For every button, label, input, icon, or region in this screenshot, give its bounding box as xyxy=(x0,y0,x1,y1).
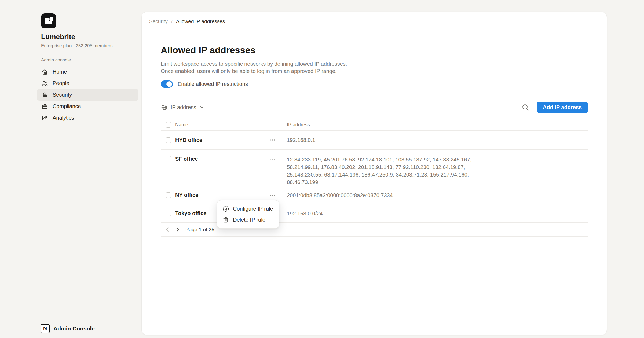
row-name: HYD office xyxy=(175,137,202,143)
gear-icon xyxy=(223,206,229,212)
pagination-label: Page 1 of 25 xyxy=(185,227,214,233)
more-options-icon[interactable] xyxy=(269,192,276,199)
row-checkbox[interactable] xyxy=(166,156,171,161)
more-options-icon[interactable] xyxy=(269,137,276,143)
context-menu-item-label: Delete IP rule xyxy=(233,217,265,223)
page-title: Allowed IP addresses xyxy=(161,45,588,55)
lumebrite-logo-icon xyxy=(41,13,56,28)
chevron-down-icon xyxy=(199,105,204,110)
row-name: NY office xyxy=(175,192,198,198)
sidebar-item-security[interactable]: Security xyxy=(37,89,138,101)
breadcrumb: Security / Allowed IP addresses xyxy=(142,12,607,31)
main-panel: Security / Allowed IP addresses Allowed … xyxy=(141,12,607,335)
workspace-plan-info: Enterprise plan · 252,205 members xyxy=(41,43,112,49)
sidebar: Lumebrite Enterprise plan · 252,205 memb… xyxy=(0,0,141,338)
row-context-menu: Configure IP rule Delete IP rule xyxy=(217,200,279,229)
admin-console-footer[interactable]: N Admin Console xyxy=(41,324,95,333)
next-page-icon[interactable] xyxy=(174,226,181,233)
breadcrumb-separator: / xyxy=(171,19,173,24)
header-ip-cell: IP address xyxy=(281,119,588,130)
row-name: SF office xyxy=(175,156,198,162)
people-icon xyxy=(41,80,48,87)
row-ip-value: 12.84.233.119, 45.201.76.58, 92.174.18.1… xyxy=(287,156,502,186)
sidebar-item-label: Home xyxy=(53,69,67,75)
toggle-knob xyxy=(166,81,172,87)
sidebar-item-analytics[interactable]: Analytics xyxy=(37,112,138,124)
add-ip-address-button[interactable]: Add IP address xyxy=(537,102,588,113)
row-ip-cell: 12.84.233.119, 45.201.76.58, 92.174.18.1… xyxy=(281,150,588,186)
workspace-name: Lumebrite xyxy=(41,33,112,41)
context-menu-configure-ip-rule[interactable]: Configure IP rule xyxy=(217,203,279,214)
filter-label: IP address xyxy=(171,104,196,111)
column-header-name: Name xyxy=(175,122,188,128)
ip-restrictions-toggle-row: Enable allowed IP restrictions xyxy=(161,80,588,88)
table-header-row: Name IP address xyxy=(161,119,588,131)
breadcrumb-current: Allowed IP addresses xyxy=(176,19,225,24)
sidebar-item-compliance[interactable]: Compliance xyxy=(37,101,138,112)
search-icon[interactable] xyxy=(521,103,529,111)
row-ip-value: 2001:0db8:85a3:0000:0000:8a2e:0370:7334 xyxy=(287,192,393,199)
row-ip-cell: 192.168.0.0/24 xyxy=(281,204,588,222)
row-checkbox[interactable] xyxy=(166,211,171,216)
row-checkbox[interactable] xyxy=(166,137,171,143)
ip-restrictions-toggle[interactable] xyxy=(161,80,173,88)
table-row: HYD office 192.168.0.1 xyxy=(161,131,588,150)
sidebar-item-label: Analytics xyxy=(53,115,74,121)
page-description-line1: Limit workspace access to specific netwo… xyxy=(161,60,588,68)
workspace-block: Lumebrite Enterprise plan · 252,205 memb… xyxy=(41,13,112,49)
sidebar-nav: Home People Security Compliance Ana xyxy=(37,66,138,124)
table-toolbar: IP address Add IP address xyxy=(161,102,588,113)
breadcrumb-security[interactable]: Security xyxy=(149,19,168,24)
page-description: Limit workspace access to specific netwo… xyxy=(161,60,588,75)
page-description-line2: Once enabled, users will only be able to… xyxy=(161,68,588,75)
column-header-ip: IP address xyxy=(287,122,310,128)
row-checkbox[interactable] xyxy=(166,192,171,198)
previous-page-icon[interactable] xyxy=(164,226,171,233)
table-row: SF office 12.84.233.119, 45.201.76.58, 9… xyxy=(161,150,588,186)
notion-logo-icon: N xyxy=(41,324,50,333)
select-all-checkbox[interactable] xyxy=(166,122,171,128)
row-ip-cell: 192.168.0.1 xyxy=(281,131,588,149)
row-name: Tokyo office xyxy=(175,210,206,216)
row-ip-value: 192.168.0.0/24 xyxy=(287,210,323,217)
chart-icon xyxy=(41,115,48,122)
home-icon xyxy=(41,68,48,75)
toggle-label: Enable allowed IP restrictions xyxy=(178,81,248,87)
page-content: Allowed IP addresses Limit workspace acc… xyxy=(142,45,607,237)
trash-icon xyxy=(223,217,229,223)
globe-icon xyxy=(161,104,168,111)
sidebar-item-label: Security xyxy=(53,92,72,98)
sidebar-item-home[interactable]: Home xyxy=(37,66,138,78)
admin-console-section-label: Admin console xyxy=(41,57,71,63)
lock-icon xyxy=(41,91,48,98)
sidebar-item-label: People xyxy=(53,80,69,86)
row-name-cell: SF office xyxy=(161,150,281,186)
more-options-icon[interactable] xyxy=(269,156,276,162)
sidebar-item-people[interactable]: People xyxy=(37,78,138,89)
row-ip-value: 192.168.0.1 xyxy=(287,136,315,144)
ip-address-filter-dropdown[interactable]: IP address xyxy=(161,104,204,111)
footer-label: Admin Console xyxy=(53,325,95,332)
row-ip-cell: 2001:0db8:85a3:0000:0000:8a2e:0370:7334 xyxy=(281,186,588,204)
context-menu-item-label: Configure IP rule xyxy=(233,206,273,212)
sidebar-item-label: Compliance xyxy=(53,103,81,109)
briefcase-icon xyxy=(41,103,48,110)
context-menu-delete-ip-rule[interactable]: Delete IP rule xyxy=(217,214,279,225)
row-name-cell: HYD office xyxy=(161,131,281,149)
header-name-cell: Name xyxy=(161,119,281,130)
